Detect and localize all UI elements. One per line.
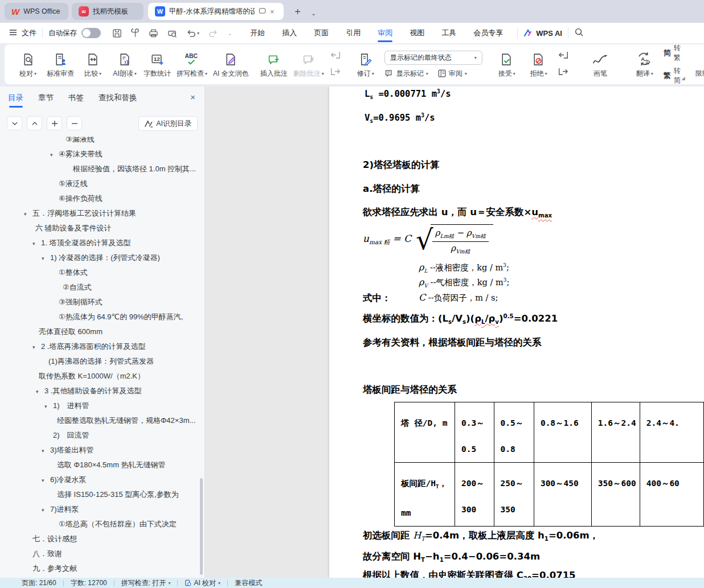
previous-change-icon[interactable] bbox=[558, 50, 569, 62]
outline-item[interactable]: ②自流式 bbox=[0, 280, 200, 295]
tab-document[interactable]: W 甲醇-水体系浮阀精馏塔的设计 × bbox=[148, 3, 284, 20]
standard-review-button[interactable]: 标准审查 bbox=[47, 51, 74, 79]
menu-member[interactable]: 会员专享 bbox=[465, 23, 511, 43]
outline-item[interactable]: ▾3)塔釜出料管 bbox=[0, 443, 200, 458]
outline-collapse-triangle-icon[interactable]: ▾ bbox=[32, 340, 41, 354]
review-pane-button[interactable]: 审阅▾ bbox=[437, 69, 467, 79]
document-page[interactable]: Ls =0.000771 m3/s Vs=0.9695 m3/s 2)塔径塔板的… bbox=[329, 87, 704, 578]
outline-zoom-in-icon[interactable] bbox=[47, 116, 62, 130]
hamburger-icon[interactable] bbox=[9, 29, 17, 38]
tab-close-icon[interactable]: × bbox=[270, 8, 275, 15]
tab-docer-template[interactable]: AI 找稻壳模板 bbox=[72, 3, 144, 20]
outline-item[interactable]: ①整体式 bbox=[0, 265, 200, 280]
outline-item[interactable]: ▾7)进料泵 bbox=[0, 502, 200, 517]
redo-chevron-icon[interactable]: ⌄ bbox=[227, 30, 232, 37]
outline-collapse-triangle-icon[interactable]: ▾ bbox=[32, 236, 41, 250]
outline-collapse-triangle-icon[interactable]: ▾ bbox=[24, 207, 32, 221]
outline-item[interactable]: ▾1. 塔顶全凝器的计算及选型 bbox=[0, 236, 200, 250]
outline-item[interactable]: 取传热系数 K=1000W/（m2.K） bbox=[0, 369, 200, 384]
outline-zoom-out-icon[interactable] bbox=[67, 116, 82, 130]
outline-collapse-triangle-icon[interactable]: ▾ bbox=[42, 473, 50, 487]
previous-comment-icon[interactable] bbox=[330, 50, 341, 62]
menu-home[interactable]: 开始 bbox=[242, 23, 273, 43]
outline-expand-icon[interactable] bbox=[7, 116, 22, 130]
outline-item[interactable]: ▾3 .其他辅助设备的计算及选型 bbox=[0, 384, 200, 398]
outline-item[interactable]: 选择 IS150-125-315 型离心泵,参数为 bbox=[0, 487, 200, 502]
ai-read-button[interactable]: AI朗读▾ bbox=[112, 51, 138, 79]
menu-tools[interactable]: 工具 bbox=[433, 23, 465, 43]
sidebar-tab-find-replace[interactable]: 查找和替换 bbox=[99, 93, 137, 108]
sidebar-tab-chapters[interactable]: 章节 bbox=[38, 93, 54, 108]
outline-collapse-triangle-icon[interactable]: ▾ bbox=[42, 443, 50, 458]
ai-proofread-status[interactable]: AI 校对▾ bbox=[185, 578, 220, 588]
new-tab-icon[interactable]: ＋ bbox=[293, 5, 302, 18]
spellcheck-status[interactable]: 拼写检查: 打开▾ bbox=[121, 578, 171, 588]
spell-check-button[interactable]: ABC 拼写检查▾ bbox=[177, 51, 207, 79]
outline-collapse-icon[interactable] bbox=[27, 116, 42, 130]
sidebar-close-icon[interactable]: × bbox=[190, 92, 195, 102]
wps-ai-button[interactable]: WPS AI bbox=[523, 29, 562, 38]
group-expand-icon[interactable]: ◢ bbox=[682, 76, 685, 81]
outline-item[interactable]: 根据经验值，因该塔径 1.0m 控制其... bbox=[0, 162, 200, 176]
outline-collapse-triangle-icon[interactable]: ▾ bbox=[50, 147, 59, 162]
outline-collapse-triangle-icon[interactable]: ▾ bbox=[44, 399, 53, 413]
outline-item[interactable]: 选取 Φ180×4.5mm 热轧无缝钢管 bbox=[0, 458, 200, 472]
restrict-editing-button[interactable]: 限制编辑 bbox=[695, 51, 704, 79]
save-icon[interactable] bbox=[112, 28, 122, 38]
outline-item[interactable]: ①热流体为 64.9℃的 99%的甲醇蒸汽, bbox=[0, 310, 200, 324]
sidebar-scrollbar[interactable] bbox=[200, 478, 203, 575]
outline-item[interactable]: ③强制循环式 bbox=[0, 295, 200, 310]
outline-item[interactable]: (1)再沸器的选择：列管式蒸发器 bbox=[0, 354, 200, 369]
next-change-icon[interactable] bbox=[558, 67, 569, 79]
sidebar-tab-bookmarks[interactable]: 书签 bbox=[68, 93, 84, 108]
outline-item[interactable]: 六 辅助设备及零件设计 bbox=[0, 221, 200, 236]
outline-item[interactable]: 壳体直径取 600mm bbox=[0, 324, 200, 339]
translate-button[interactable]: A文 翻译▾ bbox=[632, 51, 658, 79]
outline-collapse-triangle-icon[interactable]: ▾ bbox=[42, 503, 50, 517]
search-icon[interactable] bbox=[574, 27, 584, 39]
outline-item[interactable]: 2) 回流管 bbox=[0, 428, 200, 443]
autosave-toggle[interactable] bbox=[81, 28, 101, 38]
menu-insert[interactable]: 插入 bbox=[273, 23, 305, 43]
next-comment-icon[interactable] bbox=[330, 67, 341, 79]
compare-button[interactable]: 比较▾ bbox=[80, 51, 106, 79]
outline-item[interactable]: ▾1) 进料管 bbox=[0, 398, 200, 413]
outline-item[interactable]: ▾④雾沫夹带线 bbox=[0, 147, 200, 162]
undo-icon[interactable]: ▾ bbox=[186, 29, 199, 38]
delete-comment-button[interactable]: 删除批注▾ bbox=[293, 51, 324, 79]
ink-pen-button[interactable]: 画笔 bbox=[587, 51, 613, 79]
proofread-button[interactable]: 校对▾ bbox=[15, 51, 41, 79]
export-pdf-icon[interactable] bbox=[131, 28, 140, 38]
simplified-to-traditional-button[interactable]: 简转繁 bbox=[664, 43, 681, 63]
word-count-button[interactable]: 12 字数统计 bbox=[144, 51, 171, 79]
outline-item[interactable]: 经圆整选取热轧无缝钢管，规格Φ42×3m... bbox=[0, 413, 200, 428]
tab-list-chevron-icon[interactable]: ⌄ bbox=[311, 6, 316, 20]
outline-collapse-triangle-icon[interactable]: ▾ bbox=[42, 251, 50, 265]
accept-button[interactable]: 接受▾ bbox=[494, 51, 520, 79]
outline-item[interactable]: 八．致谢 bbox=[0, 546, 200, 561]
outline-item[interactable]: ▾2 .塔底再沸器面积的计算及选型 bbox=[0, 339, 200, 354]
outline-item[interactable]: 七．设计感想 bbox=[0, 532, 200, 546]
insert-comment-button[interactable]: 插入批注 bbox=[260, 51, 288, 79]
file-menu[interactable]: 文件 bbox=[22, 28, 36, 38]
menu-reference[interactable]: 引用 bbox=[337, 23, 369, 43]
menu-page[interactable]: 页面 bbox=[305, 23, 337, 43]
outline-item[interactable]: ③漏液线 bbox=[0, 137, 200, 147]
ai-polish-button[interactable]: AI 全文润色 bbox=[213, 51, 249, 79]
outline-item[interactable]: ⑤液泛线 bbox=[0, 176, 200, 191]
ai-recognize-toc-button[interactable]: AI识别目录 bbox=[138, 116, 198, 131]
print-preview-icon[interactable] bbox=[167, 28, 177, 38]
outline-item[interactable]: ▾1) 冷凝器的选择：(列管式冷凝器) bbox=[0, 250, 200, 265]
outline-item[interactable]: 九．参考文献 bbox=[0, 561, 200, 574]
outline-item[interactable]: ⑥操作负荷线 bbox=[0, 191, 200, 206]
menu-view[interactable]: 视图 bbox=[401, 23, 433, 43]
outline-item[interactable]: ①塔总高（不包括群座）由下式决定 bbox=[0, 517, 200, 532]
reject-button[interactable]: 拒绝▾ bbox=[526, 51, 552, 79]
sidebar-tab-contents[interactable]: 目录 bbox=[8, 93, 23, 108]
markup-state-dropdown[interactable]: 显示标记的最终状态▾ bbox=[384, 51, 482, 65]
tab-comment-icon[interactable] bbox=[259, 7, 266, 16]
traditional-to-simplified-button[interactable]: 繁转简 bbox=[664, 66, 681, 85]
show-markup-button[interactable]: 显示标记▾ bbox=[384, 69, 428, 79]
outline-collapse-triangle-icon[interactable]: ▾ bbox=[36, 384, 44, 398]
outline-item[interactable]: ▾6)冷凝水泵 bbox=[0, 472, 200, 487]
